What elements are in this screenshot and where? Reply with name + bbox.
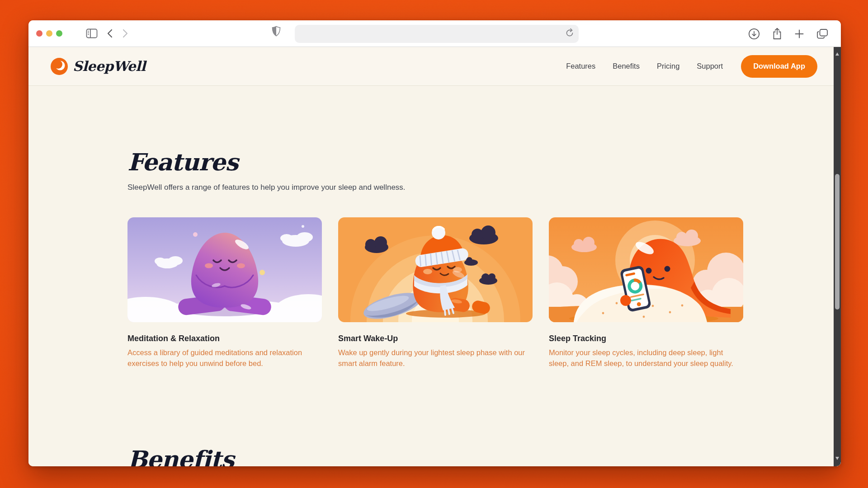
features-section: Features SleepWell offers a range of fea… xyxy=(28,86,765,466)
shield-icon xyxy=(272,26,281,37)
meditation-illustration xyxy=(127,217,322,322)
minimize-button[interactable] xyxy=(46,30,52,37)
feature-card-sleep-tracking: Sleep Tracking Monitor your sleep cycles… xyxy=(549,217,743,369)
feature-card-meditation: Meditation & Relaxation Access a library… xyxy=(127,217,322,369)
downloads-icon xyxy=(748,28,760,40)
window-controls xyxy=(36,30,62,37)
scroll-down-arrow-icon[interactable] xyxy=(835,457,839,460)
benefits-title: Benefits xyxy=(127,446,765,466)
feature-card-smart-wake-up: Smart Wake-Up Wake up gently during your… xyxy=(338,217,533,369)
reload-button[interactable] xyxy=(565,28,574,38)
card-description: Wake up gently during your lightest slee… xyxy=(338,347,533,369)
tab-overview-icon xyxy=(816,28,828,39)
forward-icon xyxy=(123,29,128,38)
tab-overview-button[interactable] xyxy=(816,28,828,39)
page-title: Features xyxy=(127,149,765,175)
share-button[interactable] xyxy=(772,28,782,40)
downloads-button[interactable] xyxy=(748,28,760,40)
scrollbar-thumb[interactable] xyxy=(835,174,840,310)
card-title: Meditation & Relaxation xyxy=(127,334,322,343)
crescent-moon-icon xyxy=(51,58,68,75)
new-tab-icon xyxy=(794,29,804,39)
vertical-scrollbar[interactable] xyxy=(834,47,841,466)
forward-button[interactable] xyxy=(123,29,128,38)
page-viewport: SleepWell Features Benefits Pricing Supp… xyxy=(28,47,841,466)
nav-item-support[interactable]: Support xyxy=(697,62,723,70)
sleep-tracking-illustration xyxy=(549,217,743,322)
nav-item-features[interactable]: Features xyxy=(566,62,595,70)
sidebar-toggle-button[interactable] xyxy=(86,28,98,38)
section-subtitle: SleepWell offers a range of features to … xyxy=(127,183,765,192)
close-button[interactable] xyxy=(36,30,42,37)
brand-name: SleepWell xyxy=(73,58,146,74)
card-description: Monitor your sleep cycles, including dee… xyxy=(549,347,743,369)
brand-logo[interactable]: SleepWell xyxy=(51,58,146,75)
nav-item-benefits[interactable]: Benefits xyxy=(613,62,640,70)
card-title: Smart Wake-Up xyxy=(338,334,533,343)
browser-window: SleepWell Features Benefits Pricing Supp… xyxy=(28,20,841,466)
reload-icon xyxy=(565,28,574,38)
back-icon xyxy=(107,29,113,38)
scroll-up-arrow-icon[interactable] xyxy=(835,52,839,56)
share-icon xyxy=(772,28,782,40)
nav-item-pricing[interactable]: Pricing xyxy=(657,62,679,70)
card-title: Sleep Tracking xyxy=(549,334,743,343)
new-tab-button[interactable] xyxy=(794,29,804,39)
zoom-button[interactable] xyxy=(56,30,62,37)
back-button[interactable] xyxy=(107,29,113,38)
browser-toolbar xyxy=(28,20,841,47)
site-header: SleepWell Features Benefits Pricing Supp… xyxy=(28,47,841,86)
card-description: Access a library of guided meditations a… xyxy=(127,347,322,369)
feature-cards: Meditation & Relaxation Access a library… xyxy=(127,217,765,369)
download-app-button[interactable]: Download App xyxy=(741,55,817,78)
address-bar[interactable] xyxy=(295,25,579,43)
privacy-shield-button[interactable] xyxy=(272,26,281,37)
sidebar-toggle-icon xyxy=(86,28,98,38)
smart-wake-up-illustration xyxy=(338,217,533,322)
main-nav: Features Benefits Pricing Support xyxy=(566,62,723,70)
